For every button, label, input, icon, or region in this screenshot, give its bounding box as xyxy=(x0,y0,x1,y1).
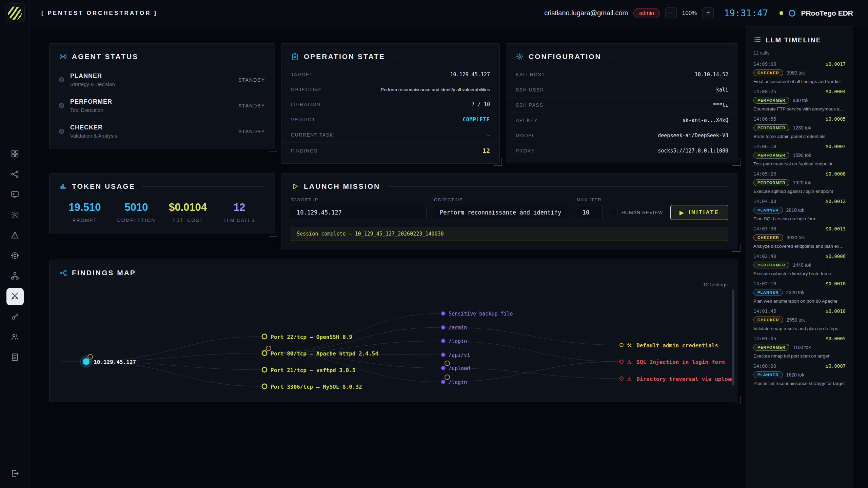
entry-description: Enumerate FTP service with anonymous acc… xyxy=(753,106,846,111)
operation-state-rows: TARGET 10.129.45.127 OBJECTIVE Perform r… xyxy=(281,67,499,159)
key-icon xyxy=(11,312,19,322)
agent-state: STANDBY xyxy=(238,77,265,83)
entry-tokens: 1920 tok xyxy=(793,180,811,185)
objective-group: OBJECTIVE xyxy=(434,197,569,220)
entry-time: 14:00:30 xyxy=(753,363,776,369)
timeline-list: 14:09:00 $0.0017 CHECKER 3980 tok Final … xyxy=(753,58,846,387)
timeline-entry[interactable]: 14:04:00 $0.0012 PLANNER 2810 tok Plan S… xyxy=(753,195,846,222)
agent-name: CHECKER xyxy=(70,124,117,131)
timeline-entry[interactable]: 14:06:55 $0.0005 PERFORMER 1230 tok Brut… xyxy=(753,113,846,140)
sidebar-item-sitemap[interactable] xyxy=(6,268,24,285)
kv-value: sk-ant-a...X4kQ xyxy=(683,117,728,123)
entry-tokens: 3030 tok xyxy=(787,235,805,240)
objective-input[interactable] xyxy=(434,205,569,220)
map-scrollbar[interactable] xyxy=(732,289,734,389)
stat-label: COMPLETION xyxy=(111,218,162,223)
entry-tokens: 1590 tok xyxy=(793,152,811,158)
sitemap-icon xyxy=(11,271,19,282)
sidebar-item-credentials[interactable] xyxy=(6,308,24,326)
agent-role: Strategy & Decision xyxy=(70,81,115,87)
svg-text:/api/v1: /api/v1 xyxy=(449,352,470,358)
entry-tokens: 2550 tok xyxy=(787,317,805,323)
agent-state: STANDBY xyxy=(238,129,265,134)
stat-label: EST. COST xyxy=(162,218,214,223)
svg-text:10.129.45.127: 10.129.45.127 xyxy=(94,359,136,365)
sidebar-item-logout[interactable] xyxy=(6,465,24,483)
map-scrollbar-thumb[interactable] xyxy=(732,290,734,385)
human-review-checkbox[interactable] xyxy=(610,209,617,216)
kv-value: socks5://127.0.0.1:1080 xyxy=(658,148,728,154)
agent-badge: PERFORMER xyxy=(753,179,789,186)
agent-badge: PLANNER xyxy=(753,371,783,378)
sidebar-item-attack[interactable] xyxy=(6,288,24,305)
sidebar-item-alerts[interactable] xyxy=(6,227,24,244)
sidebar-item-target[interactable] xyxy=(6,247,24,265)
entry-description: Brute force admin panel credentials xyxy=(753,134,846,139)
timeline-entry[interactable]: 14:09:00 $0.0017 CHECKER 3980 tok Final … xyxy=(753,58,846,85)
entry-time: 14:02:40 xyxy=(753,253,776,259)
kv-value: 7 / 10 xyxy=(472,101,490,107)
timeline-entry[interactable]: 14:08:25 $0.0004 PERFORMER 930 tok Enume… xyxy=(753,85,846,113)
main-content: AGENT STATUS PLANNER Strategy & Decision… xyxy=(49,43,738,402)
entry-cost: $0.0005 xyxy=(826,336,846,341)
agent-row: PERFORMER Tool Execution STANDBY xyxy=(50,93,275,118)
findings-map-svg[interactable]: 10.129.45.127Port 22/tcp — OpenSSH 8.9Po… xyxy=(50,283,738,396)
entry-description: Plan web enumeration on port 80 Apache xyxy=(753,299,846,304)
kv-value: 10.129.45.127 xyxy=(450,72,490,78)
kv-row: OBJECTIVE Perform reconnaissance and ide… xyxy=(281,82,499,97)
branch-icon xyxy=(59,269,67,277)
configuration-card: CONFIGURATION KALI HOST 10.10.14.52 SSH … xyxy=(506,43,738,163)
timeline-entry[interactable]: 14:06:10 $0.0007 PERFORMER 1590 tok Test… xyxy=(753,140,846,167)
timeline-entry[interactable]: 14:03:30 $0.0013 CHECKER 3030 tok Analyz… xyxy=(753,222,846,250)
timeline-entry[interactable]: 14:01:05 $0.0005 PERFORMER 1100 tok Exec… xyxy=(753,332,846,360)
kv-label: ITERATION xyxy=(291,102,320,107)
sidebar-item-reports[interactable] xyxy=(6,349,24,366)
agent-status-dot xyxy=(59,129,64,134)
kv-label: API KEY xyxy=(516,118,538,123)
timeline-entry[interactable]: 14:05:20 $0.0008 PERFORMER 1920 tok Exec… xyxy=(753,167,846,195)
token-stat: $0.0104 EST. COST xyxy=(162,201,214,223)
gear-icon xyxy=(11,210,19,221)
token-stats: 19.510 PROMPT 5010 COMPLETION $0.0104 ES… xyxy=(50,197,275,234)
timeline-entry[interactable]: 14:00:30 $0.0007 PLANNER 1620 tok Plan i… xyxy=(753,360,846,387)
entry-cost: $0.0008 xyxy=(826,171,846,177)
zoom-in-button[interactable]: + xyxy=(702,7,714,19)
svg-text:SQL Injection in login form: SQL Injection in login form xyxy=(636,359,725,365)
divider xyxy=(142,186,265,187)
findings-count: 12 findings xyxy=(703,282,728,287)
zoom-out-button[interactable]: − xyxy=(665,7,677,19)
kv-row: CURRENT TASK — xyxy=(281,127,499,142)
timeline-entry[interactable]: 14:01:45 $0.0010 CHECKER 2550 tok Valida… xyxy=(753,305,846,332)
timeline-entry[interactable]: 14:02:10 $0.0010 PLANNER 2320 tok Plan w… xyxy=(753,277,846,305)
entry-cost: $0.0006 xyxy=(826,253,846,259)
agent-status-header: AGENT STATUS xyxy=(50,44,275,67)
entry-tokens: 2810 tok xyxy=(786,207,805,213)
entry-cost: $0.0007 xyxy=(826,144,846,149)
timeline-entry[interactable]: 14:02:40 $0.0006 PERFORMER 1440 tok Exec… xyxy=(753,250,846,277)
sidebar-item-team[interactable] xyxy=(6,329,24,346)
divider xyxy=(143,273,728,273)
edr-status-dot xyxy=(780,11,783,15)
max-iter-input[interactable] xyxy=(577,205,603,220)
kv-label: KALI HOST xyxy=(516,72,545,77)
sidebar-item-settings[interactable] xyxy=(6,207,24,224)
initiate-button[interactable]: ▶ INITIATE xyxy=(670,205,728,220)
agent-role: Tool Execution xyxy=(70,107,112,113)
divider xyxy=(608,57,728,57)
svg-text:⚠: ⚠ xyxy=(627,359,631,365)
app-logo[interactable] xyxy=(5,3,25,23)
agent-row: PLANNER Strategy & Decision STANDBY xyxy=(50,67,275,93)
topbar: [ PENTEST ORCHESTRATOR ] cristiano.lugar… xyxy=(30,0,868,26)
divider xyxy=(145,57,265,57)
svg-text:Port 80/tcp — Apache httpd 2.4: Port 80/tcp — Apache httpd 2.4.54 xyxy=(271,350,378,357)
sidebar-item-topology[interactable] xyxy=(6,166,24,183)
target-ip-input[interactable] xyxy=(291,205,427,220)
sidebar-item-dashboard[interactable] xyxy=(6,146,24,163)
crossed-swords-icon xyxy=(11,292,19,302)
kv-value: Perform reconnaissance and identify all … xyxy=(381,87,490,92)
agent-badge: PLANNER xyxy=(753,207,783,214)
svg-text:⚒: ⚒ xyxy=(627,342,631,348)
configuration-title: CONFIGURATION xyxy=(529,53,601,61)
token-stat: 12 LLM CALLS xyxy=(214,201,265,223)
sidebar-item-console[interactable] xyxy=(6,186,24,204)
